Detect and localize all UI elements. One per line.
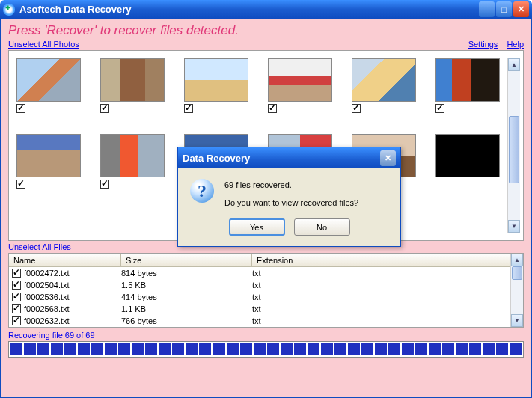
app-icon: [3, 4, 15, 16]
photo-checkbox[interactable]: [100, 180, 109, 189]
photo-item[interactable]: [268, 58, 332, 114]
file-checkbox[interactable]: [12, 304, 21, 313]
col-blank: [364, 254, 510, 266]
file-scrollbar[interactable]: ▲ ▼: [510, 254, 523, 327]
no-button[interactable]: No: [294, 218, 350, 236]
table-row[interactable]: f0002632.txt766 bytestxt: [9, 315, 510, 327]
col-name[interactable]: Name: [9, 254, 121, 266]
dialog-message-2: Do you want to view recovered files?: [224, 197, 358, 210]
table-row[interactable]: f0002504.txt1.5 KBtxt: [9, 279, 510, 291]
yes-button[interactable]: Yes: [229, 218, 285, 236]
table-row[interactable]: f0002472.txt814 bytestxt: [9, 267, 510, 279]
maximize-button[interactable]: □: [496, 1, 512, 17]
scroll-down-button[interactable]: ▼: [511, 314, 523, 327]
thumbnail: [100, 134, 165, 177]
recovery-dialog: Data Recovery ✕ ? 69 files recovered. Do…: [177, 147, 401, 247]
scroll-thumb[interactable]: [512, 266, 522, 280]
dialog-close-button[interactable]: ✕: [380, 150, 396, 166]
col-size[interactable]: Size: [121, 254, 252, 266]
photo-checkbox[interactable]: [16, 180, 25, 189]
photo-checkbox[interactable]: [184, 104, 193, 113]
question-icon: ?: [190, 179, 214, 203]
scroll-thumb[interactable]: [509, 116, 519, 183]
photo-item[interactable]: [435, 58, 500, 114]
progress-bar: [8, 341, 524, 358]
photo-item[interactable]: [435, 134, 500, 190]
photo-item[interactable]: [100, 134, 165, 190]
file-checkbox[interactable]: [12, 316, 21, 325]
scroll-down-button[interactable]: ▼: [508, 220, 520, 233]
unselect-all-files-link[interactable]: Unselect All Files: [8, 242, 71, 251]
titlebar: Asoftech Data Recovery ─ □ ✕: [0, 0, 532, 19]
photo-item[interactable]: [184, 58, 248, 114]
photo-scrollbar[interactable]: ▲ ▼: [507, 58, 520, 233]
dialog-title: Data Recovery: [183, 153, 380, 164]
thumbnail: [100, 58, 165, 102]
file-table: Name Size Extension f0002472.txt814 byte…: [8, 253, 524, 328]
table-row[interactable]: f0002536.txt414 bytestxt: [9, 291, 510, 303]
photo-checkbox[interactable]: [268, 104, 277, 113]
file-checkbox[interactable]: [12, 293, 21, 301]
file-checkbox[interactable]: [12, 269, 21, 278]
photo-checkbox[interactable]: [100, 104, 109, 113]
photo-checkbox[interactable]: [435, 104, 444, 113]
window-title: Asoftech Data Recovery: [19, 4, 479, 15]
instruction-text: Press 'Recover' to recover files detecte…: [8, 23, 524, 38]
thumbnail: [268, 58, 332, 102]
file-checkbox[interactable]: [12, 281, 21, 290]
photo-item[interactable]: [16, 58, 81, 114]
help-link[interactable]: Help: [507, 40, 524, 49]
table-row[interactable]: f0002568.txt1.1 KBtxt: [9, 303, 510, 315]
table-header: Name Size Extension: [9, 254, 510, 267]
col-extension[interactable]: Extension: [252, 254, 364, 266]
settings-link[interactable]: Settings: [468, 40, 498, 49]
thumbnail: [435, 58, 500, 102]
status-text: Recovering file 69 of 69: [8, 331, 524, 340]
unselect-all-photos-link[interactable]: Unselect All Photos: [8, 40, 79, 49]
thumbnail: [184, 58, 248, 102]
close-button[interactable]: ✕: [513, 1, 529, 17]
thumbnail: [352, 58, 416, 102]
photo-checkbox[interactable]: [352, 104, 361, 113]
thumbnail: [16, 58, 81, 102]
minimize-button[interactable]: ─: [479, 1, 495, 17]
photo-checkbox[interactable]: [16, 104, 25, 113]
thumbnail: [435, 134, 500, 177]
scroll-up-button[interactable]: ▲: [508, 58, 520, 71]
photo-item[interactable]: [16, 134, 81, 190]
photo-item[interactable]: [100, 58, 165, 114]
photo-item[interactable]: [352, 58, 416, 114]
dialog-message-1: 69 files recovered.: [224, 179, 358, 192]
thumbnail: [16, 134, 81, 177]
scroll-up-button[interactable]: ▲: [511, 254, 523, 266]
